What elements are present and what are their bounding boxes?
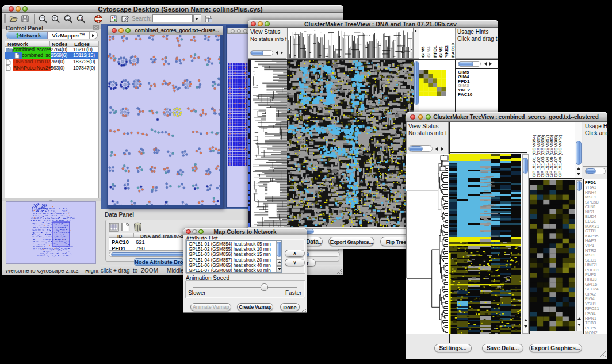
svg-text:GIM5: GIM5 [420, 46, 426, 58]
svg-text:PFD1: PFD1 [433, 45, 438, 58]
svg-text:GPL51-08 (GSM872): GPL51-08 (GSM872) [557, 135, 563, 177]
svg-text:YKE2: YKE2 [444, 45, 449, 58]
svg-text:GIM3: GIM3 [438, 46, 443, 58]
svg-text:GIM4: GIM4 [426, 46, 431, 58]
svg-text:PAC10: PAC10 [450, 43, 456, 58]
svg-text:1:1: 1:1 [78, 17, 82, 20]
